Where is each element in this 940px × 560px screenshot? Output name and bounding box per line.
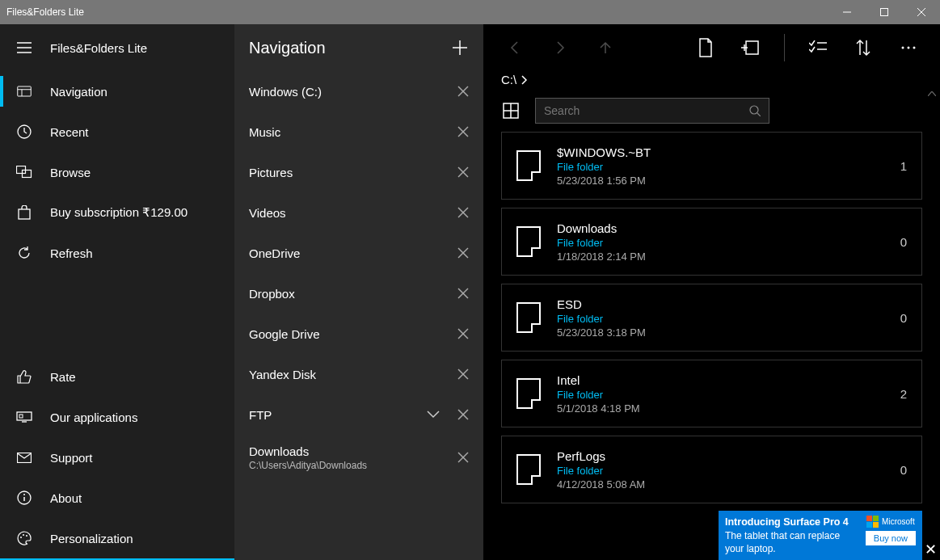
nav-item[interactable]: DownloadsC:\Users\Aditya\Downloads — [234, 435, 483, 480]
remove-nav-item-button[interactable] — [457, 247, 469, 259]
toolbar — [483, 24, 940, 71]
remove-nav-item-button[interactable] — [457, 126, 469, 137]
svg-point-23 — [26, 535, 27, 537]
titlebar: Files&Folders Lite — [0, 0, 940, 24]
apps-icon — [15, 411, 34, 423]
svg-point-21 — [20, 537, 22, 538]
file-type: File folder — [557, 465, 884, 477]
remove-nav-item-button[interactable] — [457, 207, 469, 218]
back-button[interactable] — [498, 31, 532, 65]
remove-nav-item-button[interactable] — [457, 288, 469, 299]
remove-nav-item-button[interactable] — [457, 368, 469, 380]
minimize-button[interactable] — [828, 0, 866, 24]
sidebar-item-palette[interactable]: Personalization — [0, 518, 234, 558]
sidebar-item-label: Support — [50, 451, 93, 465]
sidebar-item-clock[interactable]: Recent — [0, 112, 234, 152]
refresh-icon — [15, 246, 34, 260]
microsoft-logo-icon — [866, 516, 879, 528]
sidebar-item-browse[interactable]: Browse — [0, 152, 234, 192]
folder-icon — [516, 378, 541, 409]
browse-icon — [15, 166, 34, 179]
file-item[interactable]: $WINDOWS.~BTFile folder5/23/2018 1:56 PM… — [501, 132, 922, 200]
file-item[interactable]: IntelFile folder5/1/2018 4:18 PM2 — [501, 360, 922, 427]
sidebar-item-thumb[interactable]: Rate — [0, 356, 234, 397]
file-list: $WINDOWS.~BTFile folder5/23/2018 1:56 PM… — [483, 132, 940, 503]
nav-item[interactable]: Yandex Disk — [234, 354, 483, 394]
sidebar-item-apps[interactable]: Our applications — [0, 397, 234, 437]
sidebar-item-label: Refresh — [50, 246, 93, 260]
nav-item[interactable]: Google Drive — [234, 314, 483, 354]
search-icon — [749, 105, 761, 116]
file-name: Downloads — [557, 221, 884, 235]
sidebar-item-mail[interactable]: Support — [0, 437, 234, 478]
file-date: 5/23/2018 1:56 PM — [557, 175, 884, 187]
mail-icon — [15, 453, 34, 463]
maximize-button[interactable] — [866, 0, 903, 24]
remove-nav-item-button[interactable] — [457, 409, 469, 420]
remove-nav-item-button[interactable] — [457, 328, 469, 339]
nav-item[interactable]: Videos — [234, 192, 483, 233]
folder-icon — [516, 302, 541, 333]
file-type: File folder — [557, 313, 884, 325]
close-button[interactable] — [903, 0, 940, 24]
nav-item[interactable]: Music — [234, 112, 483, 152]
nav-item[interactable]: FTP — [234, 394, 483, 435]
sidebar-item-label: Recent — [50, 125, 89, 139]
sidebar-item-refresh[interactable]: Refresh — [0, 233, 234, 273]
breadcrumb[interactable]: C:\ — [483, 71, 940, 98]
nav-icon — [15, 86, 34, 97]
main-content: C:\ $WINDOWS.~BTFile folder5/23/2018 1:5… — [483, 24, 940, 560]
new-file-button[interactable] — [689, 31, 723, 65]
file-item[interactable]: PerfLogsFile folder4/12/2018 5:08 AM0 — [501, 436, 922, 503]
sidebar-item-nav[interactable]: Navigation — [0, 71, 234, 112]
thumb-icon — [15, 369, 34, 384]
remove-nav-item-button[interactable] — [457, 86, 469, 97]
nav-item-label: Music — [249, 125, 280, 139]
search-box[interactable] — [535, 98, 769, 124]
svg-point-51 — [913, 47, 916, 49]
sidebar-item-label: Navigation — [50, 85, 107, 99]
file-name: PerfLogs — [557, 449, 884, 463]
sidebar-header[interactable]: Files&Folders Lite — [0, 24, 234, 71]
add-navigation-button[interactable] — [451, 39, 469, 57]
nav-item-label: Downloads — [249, 444, 367, 458]
breadcrumb-path: C:\ — [501, 73, 516, 86]
sort-button[interactable] — [846, 31, 880, 65]
ad-cta-button[interactable]: Buy now — [866, 531, 916, 545]
remove-nav-item-button[interactable] — [457, 452, 469, 463]
nav-item[interactable]: Pictures — [234, 152, 483, 192]
nav-item[interactable]: Dropbox — [234, 273, 483, 314]
file-item[interactable]: ESDFile folder5/23/2018 3:18 PM0 — [501, 284, 922, 352]
nav-item[interactable]: OneDrive — [234, 233, 483, 273]
sidebar-item-info[interactable]: About — [0, 478, 234, 518]
svg-rect-15 — [19, 415, 23, 418]
nav-item-label: Videos — [249, 206, 286, 220]
view-mode-button[interactable] — [501, 101, 521, 120]
ad-brand: Microsoft — [882, 517, 915, 526]
ad-close-button[interactable]: ✕ — [925, 541, 937, 558]
forward-button[interactable] — [543, 31, 577, 65]
nav-item-label: Dropbox — [249, 287, 295, 301]
ad-title: Introducing Surface Pro 4 — [725, 516, 859, 529]
chevron-down-icon[interactable] — [427, 411, 440, 419]
file-count: 0 — [900, 235, 907, 249]
more-button[interactable] — [892, 31, 925, 65]
new-tab-button[interactable] — [734, 31, 768, 65]
scroll-up-icon[interactable] — [927, 89, 937, 99]
sidebar-item-label: Our applications — [50, 411, 137, 424]
file-name: Intel — [557, 373, 884, 387]
remove-nav-item-button[interactable] — [457, 166, 469, 178]
file-item[interactable]: DownloadsFile folder1/18/2018 2:14 PM0 — [501, 208, 922, 276]
file-type: File folder — [557, 389, 884, 401]
advertisement[interactable]: Introducing Surface Pro 4 The tablet tha… — [719, 511, 922, 560]
search-input[interactable] — [544, 104, 749, 117]
svg-point-19 — [23, 494, 25, 495]
navigation-header: Navigation — [234, 24, 483, 71]
sidebar-item-label: Personalization — [50, 532, 133, 545]
select-button[interactable] — [801, 31, 835, 65]
nav-item[interactable]: Windows (C:) — [234, 71, 483, 112]
file-count: 0 — [900, 463, 907, 477]
up-button[interactable] — [588, 31, 622, 65]
nav-item-label: OneDrive — [249, 246, 300, 260]
sidebar-item-bag[interactable]: Buy subscription ₹129.00 — [0, 192, 234, 233]
